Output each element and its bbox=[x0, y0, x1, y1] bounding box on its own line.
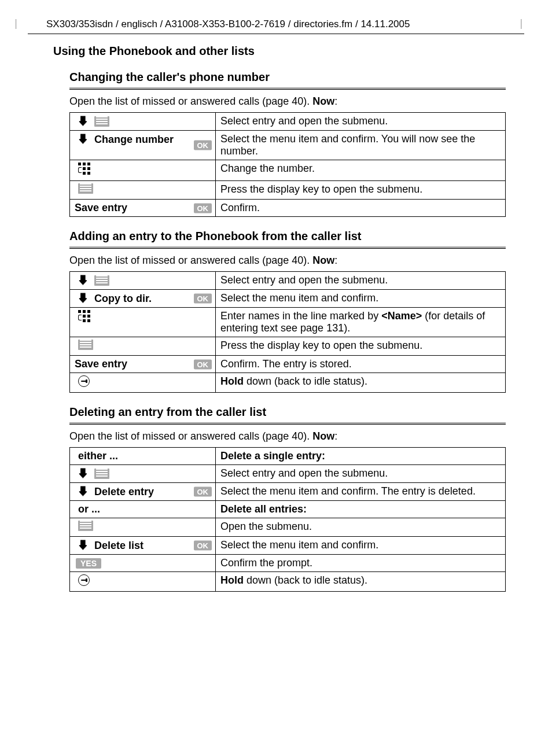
menu-icon bbox=[94, 275, 109, 286]
table-row: 🡇 Delete list OK Select the menu item an… bbox=[70, 537, 506, 555]
table-row: YES Confirm the prompt. bbox=[70, 555, 506, 572]
page-header: SX303/353isdn / englisch / A31008-X353-B… bbox=[0, 19, 552, 34]
section-title-3: Deleting an entry from the caller list bbox=[69, 405, 506, 419]
menu-item-label: Delete list bbox=[94, 540, 143, 552]
down-arrow-icon: 🡇 bbox=[78, 292, 89, 305]
table-row: Change the number. bbox=[70, 160, 506, 181]
cell-desc: Confirm. The entry is stored. bbox=[216, 356, 506, 373]
section-title-2: Adding an entry to the Phonebook from th… bbox=[69, 230, 506, 243]
table-row-head: either ... Delete a single entry: bbox=[70, 448, 506, 465]
intro-text-2: Open the list of missed or answered call… bbox=[69, 255, 506, 267]
bold-text: Hold bbox=[220, 574, 244, 586]
intro-prefix: Open the list of missed or answered call… bbox=[69, 430, 312, 442]
procedure-table-2: 🡇 Select entry and open the submenu. 🡇 C… bbox=[69, 271, 506, 393]
cell-desc: Press the display key to open the submen… bbox=[216, 337, 506, 356]
or-label: or ... bbox=[70, 501, 216, 518]
handset-idle-icon bbox=[78, 375, 90, 387]
cell-desc: Enter names in the line marked by <Name>… bbox=[216, 308, 506, 337]
ok-badge: OK bbox=[194, 487, 212, 497]
intro-prefix: Open the list of missed or answered call… bbox=[69, 95, 312, 107]
menu-item-label: Delete entry bbox=[94, 486, 154, 498]
menu-item-label: Change number bbox=[94, 134, 174, 146]
cell-desc: Select entry and open the submenu. bbox=[216, 272, 506, 290]
menu-icon bbox=[94, 469, 109, 479]
ok-badge: OK bbox=[194, 294, 212, 304]
down-arrow-icon: 🡇 bbox=[78, 115, 89, 128]
table-row: Press the display key to open the submen… bbox=[70, 181, 506, 200]
cell-desc: Select entry and open the submenu. bbox=[216, 113, 506, 131]
intro-suffix: : bbox=[334, 430, 337, 442]
table-row: Hold down (back to idle status). bbox=[70, 373, 506, 393]
name-placeholder: <Name> bbox=[381, 310, 422, 322]
procedure-table-1: 🡇 Select entry and open the submenu. 🡇 C… bbox=[69, 112, 506, 217]
intro-suffix: : bbox=[334, 255, 337, 266]
table-row-head: or ... Delete all entries: bbox=[70, 501, 506, 518]
section-title-1: Changing the caller's phone number bbox=[69, 71, 506, 84]
table-row: 🡇 Copy to dir. OK Select the menu item a… bbox=[70, 290, 506, 308]
cell-desc: Select the menu item and confirm. bbox=[216, 537, 506, 555]
crop-mark-icon: │ bbox=[519, 20, 524, 28]
table-row: 🡇 Select entry and open the submenu. bbox=[70, 465, 506, 483]
cell-desc: Select the menu item and confirm. bbox=[216, 290, 506, 308]
table-row: 🡇 Delete entry OK Select the menu item a… bbox=[70, 483, 506, 501]
cell-desc: Press the display key to open the submen… bbox=[216, 181, 506, 200]
cell-desc: Confirm. bbox=[216, 200, 506, 217]
ok-badge: OK bbox=[194, 203, 212, 213]
yes-badge: YES bbox=[76, 558, 101, 569]
table-row: 🡇 Select entry and open the submenu. bbox=[70, 272, 506, 290]
text: Enter names in the line marked by bbox=[220, 310, 381, 322]
down-arrow-icon: 🡇 bbox=[78, 485, 89, 498]
table-row: Open the submenu. bbox=[70, 518, 506, 537]
keypad-icon bbox=[78, 310, 91, 323]
table-row: Save entryOK Confirm. bbox=[70, 200, 506, 217]
cell-desc: Select the menu item and confirm. The en… bbox=[216, 483, 506, 501]
table-row: Hold down (back to idle status). bbox=[70, 572, 506, 592]
cell-desc: Hold down (back to idle status). bbox=[216, 373, 506, 393]
menu-icon bbox=[94, 116, 109, 127]
intro-bold: Now bbox=[312, 255, 334, 266]
table-row: Save entryOK Confirm. The entry is store… bbox=[70, 356, 506, 373]
text: down (back to idle status). bbox=[244, 574, 367, 586]
text: down (back to idle status). bbox=[244, 375, 367, 387]
ok-badge: OK bbox=[194, 141, 212, 150]
down-arrow-icon: 🡇 bbox=[78, 132, 89, 146]
down-arrow-icon: 🡇 bbox=[78, 467, 89, 480]
menu-item-label: Save entry bbox=[75, 202, 127, 213]
down-arrow-icon: 🡇 bbox=[78, 274, 89, 287]
table-row: 🡇 Select entry and open the submenu. bbox=[70, 113, 506, 131]
handset-idle-icon bbox=[78, 574, 90, 586]
keypad-icon bbox=[78, 163, 91, 175]
ok-badge: OK bbox=[194, 359, 212, 369]
menu-item-label: Save entry bbox=[75, 358, 127, 370]
intro-bold: Now bbox=[312, 430, 334, 442]
section-underline bbox=[69, 86, 506, 90]
table-row: Press the display key to open the submen… bbox=[70, 337, 506, 356]
cell-desc: Confirm the prompt. bbox=[216, 555, 506, 572]
intro-bold: Now bbox=[312, 95, 334, 107]
section-underline bbox=[69, 421, 506, 425]
cell-desc: Hold down (back to idle status). bbox=[216, 572, 506, 592]
crop-mark-icon: │ bbox=[14, 20, 19, 28]
bold-text: Hold bbox=[220, 375, 244, 387]
running-title: Using the Phonebook and other lists bbox=[53, 45, 506, 58]
either-label: either ... bbox=[70, 448, 216, 465]
menu-icon bbox=[78, 340, 93, 350]
menu-icon bbox=[78, 183, 93, 194]
intro-prefix: Open the list of missed or answered call… bbox=[69, 255, 312, 266]
header-rule bbox=[28, 34, 524, 34]
cell-desc: Open the submenu. bbox=[216, 518, 506, 537]
delete-single-label: Delete a single entry: bbox=[216, 448, 506, 465]
ok-badge: OK bbox=[194, 541, 212, 551]
procedure-table-3: either ... Delete a single entry: 🡇 Sele… bbox=[69, 447, 506, 592]
intro-text-1: Open the list of missed or answered call… bbox=[69, 95, 506, 108]
table-row: 🡇 Change number OK Select the menu item … bbox=[70, 131, 506, 160]
table-row: Enter names in the line marked by <Name>… bbox=[70, 308, 506, 337]
cell-desc: Select entry and open the submenu. bbox=[216, 465, 506, 483]
delete-all-label: Delete all entries: bbox=[216, 501, 506, 518]
section-underline bbox=[69, 245, 506, 249]
cell-desc: Select the menu item and confirm. You wi… bbox=[216, 131, 506, 160]
menu-item-label: Copy to dir. bbox=[94, 293, 152, 305]
menu-icon bbox=[78, 521, 93, 531]
down-arrow-icon: 🡇 bbox=[78, 539, 89, 552]
intro-suffix: : bbox=[334, 95, 337, 107]
